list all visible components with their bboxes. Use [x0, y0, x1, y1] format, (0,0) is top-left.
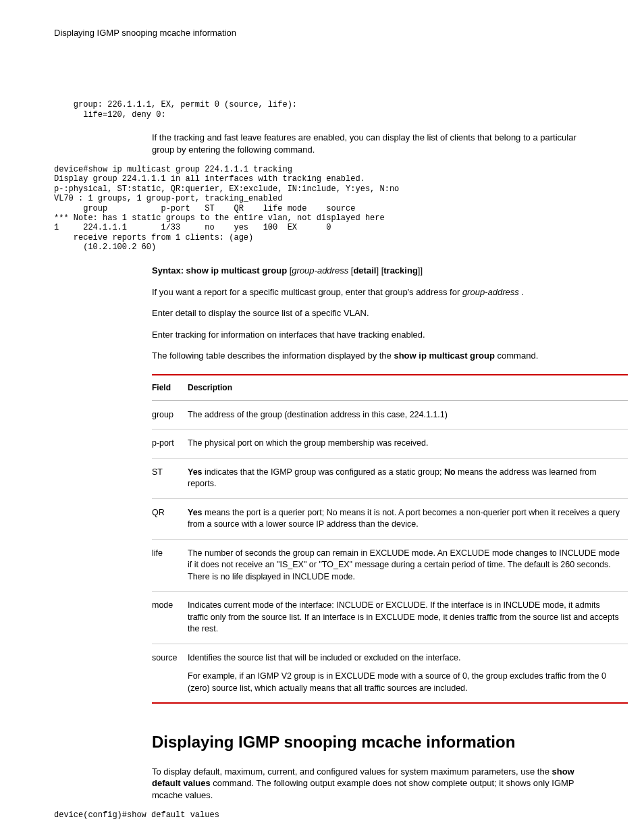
- syntax-arg: group-address: [292, 265, 348, 276]
- cell-desc: Yes indicates that the IGMP group was co…: [188, 458, 628, 498]
- cell-desc: The number of seconds the group can rema…: [188, 539, 628, 592]
- paragraph: If you want a report for a specific mult…: [152, 286, 590, 298]
- paragraph: Enter detail to display the source list …: [152, 307, 590, 319]
- cell-field: group: [152, 400, 188, 429]
- paragraph: The following table describes the inform…: [152, 350, 590, 362]
- paragraph: To display default, maximum, current, an…: [152, 766, 590, 802]
- cell-field: ST: [152, 458, 188, 498]
- syntax-tracking: tracking: [383, 265, 418, 276]
- th-field: Field: [152, 375, 188, 400]
- cell-field: mode: [152, 592, 188, 644]
- syntax-line: Syntax: show ip multicast group [group-a…: [152, 265, 590, 277]
- cell-field: p-port: [152, 429, 188, 459]
- page-header: Displaying IGMP snooping mcache informat…: [54, 27, 590, 39]
- table-row: mode Indicates current mode of the inter…: [152, 592, 628, 644]
- table-row: ST Yes indicates that the IGMP group was…: [152, 458, 628, 498]
- cell-field: source: [152, 644, 188, 703]
- cell-desc: Identifies the source list that will be …: [188, 644, 628, 703]
- table-row: group The address of the group (destinat…: [152, 400, 628, 429]
- table-row: p-port The physical port on which the gr…: [152, 429, 628, 459]
- syntax-detail: detail: [353, 265, 376, 276]
- code-block-2: device#show ip multicast group 224.1.1.1…: [54, 165, 590, 253]
- section-heading: Displaying IGMP snooping mcache informat…: [152, 731, 590, 754]
- bracket: ]: [376, 265, 379, 276]
- cell-field: life: [152, 539, 188, 592]
- table-row: source Identifies the source list that w…: [152, 644, 628, 703]
- code-block-3: device(config)#show default values: [54, 810, 590, 820]
- syntax-prefix: Syntax: show ip multicast group: [152, 265, 287, 276]
- bracket: ]]: [418, 265, 423, 276]
- cell-desc: The address of the group (destination ad…: [188, 400, 628, 429]
- field-description-table: Field Description group The address of t…: [152, 374, 628, 704]
- paragraph: Enter tracking for information on interf…: [152, 329, 590, 341]
- code-block-1: group: 226.1.1.1, EX, permit 0 (source, …: [54, 100, 590, 120]
- paragraph: If the tracking and fast leave features …: [152, 132, 590, 155]
- cell-desc: The physical port on which the group mem…: [188, 429, 628, 459]
- table-row: life The number of seconds the group can…: [152, 539, 628, 592]
- cell-desc: Indicates current mode of the interface:…: [188, 592, 628, 644]
- table-row: QR Yes means the port is a querier port;…: [152, 498, 628, 539]
- cell-desc: Yes means the port is a querier port; No…: [188, 498, 628, 539]
- th-description: Description: [188, 375, 628, 400]
- header-title: Displaying IGMP snooping mcache informat…: [54, 28, 236, 38]
- cell-field: QR: [152, 498, 188, 539]
- table-header-row: Field Description: [152, 375, 628, 400]
